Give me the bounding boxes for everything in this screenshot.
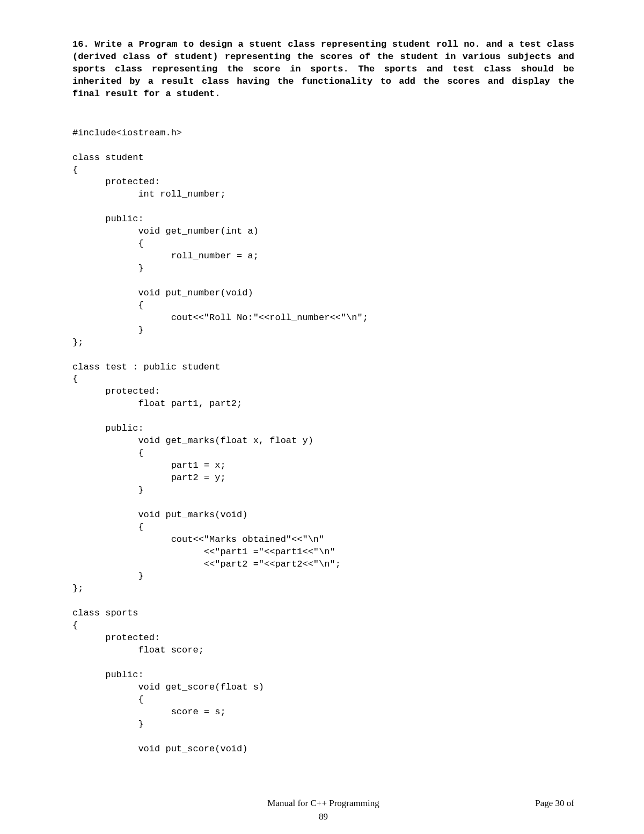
footer-page-label: Page 30 of [535, 797, 574, 810]
document-page: 16. Write a Program to design a stuent c… [0, 0, 644, 834]
footer-page-number: 89 [72, 811, 574, 823]
page-footer: Manual for C++ Programming Page 30 of 89 [0, 797, 644, 823]
footer-title: Manual for C++ Programming [267, 797, 379, 810]
code-block: #include<iostream.h> class student { pro… [72, 127, 574, 756]
question-text: 16. Write a Program to design a stuent c… [72, 39, 574, 100]
